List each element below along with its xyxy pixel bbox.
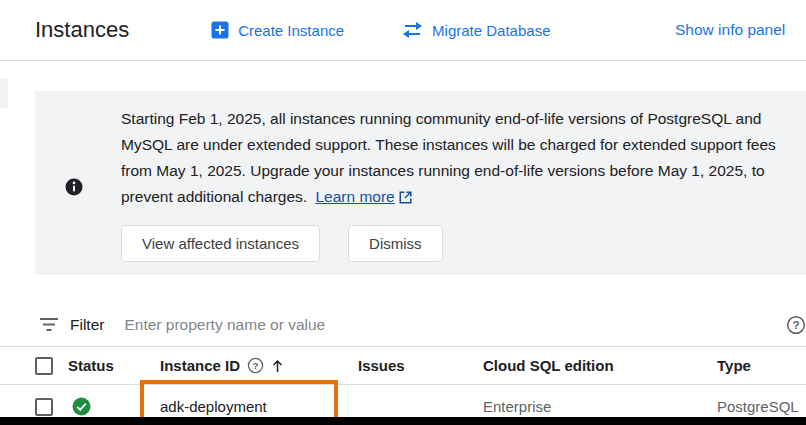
add-box-icon (211, 21, 229, 39)
external-link-icon (399, 191, 412, 204)
select-all-checkbox[interactable] (35, 357, 53, 375)
column-header-type[interactable]: Type (717, 357, 806, 374)
page-header: Instances Create Instance Migrate Databa… (0, 0, 806, 61)
column-header-instance-id[interactable]: Instance ID ? (160, 357, 358, 374)
sort-ascending-icon[interactable] (271, 359, 284, 373)
info-icon (65, 111, 83, 262)
row-checkbox[interactable] (35, 398, 53, 416)
migrate-database-button[interactable]: Migrate Database (402, 22, 550, 39)
banner-content: Starting Feb 1, 2025, all instances runn… (121, 106, 776, 262)
migrate-database-label: Migrate Database (432, 22, 550, 39)
row-instance-id-cell: adk-deployment (160, 398, 358, 415)
page-title: Instances (35, 17, 129, 43)
banner-text-line-4: prevent additional charges. Learn more (121, 184, 776, 210)
banner-text-line-3: from May 1, 2025. Upgrade your instances… (121, 158, 776, 184)
eol-support-banner: Starting Feb 1, 2025, all instances runn… (35, 91, 806, 275)
banner-text-line-1: Starting Feb 1, 2025, all instances runn… (121, 106, 776, 132)
show-info-panel-button[interactable]: Show info panel (675, 0, 785, 60)
column-header-issues[interactable]: Issues (358, 357, 483, 374)
filter-label: Filter (70, 316, 104, 334)
learn-more-link[interactable]: Learn more (315, 184, 411, 210)
view-affected-instances-button[interactable]: View affected instances (121, 225, 320, 262)
filter-input[interactable] (124, 316, 684, 334)
banner-text-line-2: MySQL are under extended support. These … (121, 132, 776, 158)
create-instance-label: Create Instance (238, 22, 344, 39)
status-ok-icon (72, 397, 91, 416)
column-header-status[interactable]: Status (68, 357, 160, 374)
cloud-sql-instances-page: Instances Create Instance Migrate Databa… (0, 0, 806, 425)
svg-text:?: ? (792, 318, 799, 331)
show-info-panel-label: Show info panel (675, 21, 785, 39)
learn-more-label: Learn more (315, 184, 394, 210)
filter-bar: Filter ? (0, 303, 806, 347)
svg-text:?: ? (253, 360, 259, 371)
filter-icon[interactable] (40, 318, 58, 331)
row-status-cell (68, 397, 160, 416)
row-edition-cell: Enterprise (483, 398, 717, 415)
column-header-instance-id-label: Instance ID (160, 357, 240, 374)
swap-arrows-icon (402, 22, 423, 38)
bottom-black-bar (0, 417, 806, 425)
help-circle-icon[interactable]: ? (247, 357, 264, 374)
banner-text-line-4-prefix: prevent additional charges. (121, 188, 307, 205)
table-header-row: Status Instance ID ? Issues Cloud SQL ed… (0, 347, 806, 385)
dismiss-button[interactable]: Dismiss (348, 225, 443, 262)
column-header-edition[interactable]: Cloud SQL edition (483, 357, 717, 374)
banner-buttons: View affected instances Dismiss (121, 225, 776, 262)
create-instance-button[interactable]: Create Instance (211, 21, 344, 39)
left-edge-fragment (0, 78, 8, 108)
row-type-cell: PostgreSQL (717, 398, 806, 415)
instance-link[interactable]: adk-deployment (160, 398, 267, 415)
help-icon[interactable]: ? (786, 315, 806, 335)
